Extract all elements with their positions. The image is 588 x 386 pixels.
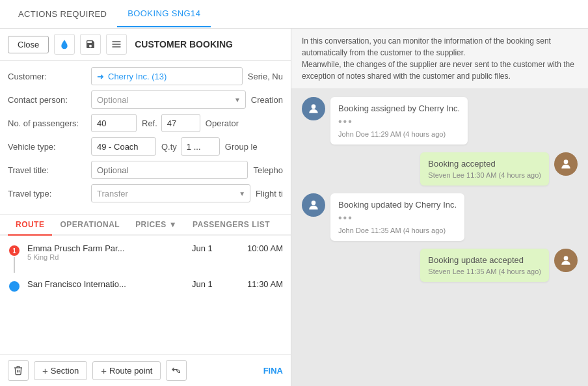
- chat-message-2: Booking accepted Steven Lee 11:30 AM (4 …: [302, 152, 578, 186]
- add-section-button[interactable]: + Section: [34, 361, 87, 380]
- route-stop-sub-1: 5 King Rd: [27, 253, 185, 261]
- chat-bubble-header-4: Booking update accepted: [428, 255, 541, 265]
- list-item: 1 Emma Prusch Farm Par... 5 King Rd Jun …: [0, 241, 291, 277]
- chat-message-4: Booking update accepted Steven Lee 11:35…: [302, 249, 578, 282]
- route-line-1: [14, 257, 15, 273]
- main-layout: Close CUSTOMER BOOKING Customer: ➜ Cherr…: [0, 29, 588, 386]
- vehicle-label: Vehicle type:: [8, 142, 86, 152]
- tab-actions-required[interactable]: ACTIONS REQUIRED: [8, 1, 117, 27]
- route-stop-time-1: 10:00 AM: [237, 243, 283, 253]
- route-stop-time-2: 11:30 AM: [237, 279, 283, 289]
- chat-bubble-3: Booking updated by Cherry Inc. ••• John …: [330, 193, 464, 241]
- serie-col: Serie, Nu: [248, 72, 283, 81]
- svg-point-2: [312, 200, 316, 205]
- route-dot-col-2: [8, 279, 21, 292]
- chat-info-line1: In this conversation, you can monitor th…: [302, 35, 578, 47]
- chat-bubble-4: Booking update accepted Steven Lee 11:35…: [420, 249, 549, 282]
- travel-type-select[interactable]: Transfer: [91, 184, 250, 202]
- route-stop-name-1: Emma Prusch Farm Par...: [27, 243, 185, 253]
- chat-bubble-header-2: Booking accepted: [428, 159, 541, 169]
- chat-dots-1: •••: [338, 116, 460, 128]
- plus-icon-section: +: [42, 365, 48, 376]
- route-stop-date-2: Jun 1: [192, 279, 231, 289]
- arrow-icon: ➜: [97, 72, 104, 81]
- route-dot-col-1: 1: [8, 243, 21, 274]
- avatar-3: [302, 193, 325, 217]
- sub-tab-prices[interactable]: PRICES ▼: [127, 215, 185, 234]
- chat-bold-text-4: Booking update accepted: [428, 255, 524, 265]
- droplet-icon-button[interactable]: [54, 34, 75, 55]
- passengers-input[interactable]: [91, 114, 137, 132]
- ref-group: Ref.: [142, 114, 200, 132]
- sub-tab-operational[interactable]: OPERATIONAL: [52, 215, 127, 234]
- close-button[interactable]: Close: [8, 36, 49, 53]
- save-icon-button[interactable]: [80, 34, 101, 55]
- travel-type-select-wrapper: Transfer ▼: [91, 184, 250, 202]
- contact-select[interactable]: Optional: [91, 90, 246, 109]
- menu-icon-button[interactable]: [106, 34, 127, 55]
- final-link[interactable]: FINA: [263, 366, 283, 376]
- route-stop-date-1: Jun 1: [192, 243, 231, 253]
- chat-bold-text-2: Booking accepted: [428, 159, 495, 169]
- travel-type-row: Travel type: Transfer ▼ Flight ti: [8, 184, 283, 202]
- customer-value: Cherry Inc. (13): [108, 72, 167, 81]
- form-area: Customer: ➜ Cherry Inc. (13) Serie, Nu C…: [0, 61, 291, 215]
- chat-meta-4: Steven Lee 11:35 AM (4 hours ago): [428, 268, 541, 275]
- chat-meta-2: Steven Lee 11:30 AM (4 hours ago): [428, 171, 541, 179]
- travel-title-input[interactable]: [91, 161, 248, 179]
- qty-group: Q.ty: [161, 137, 220, 156]
- chat-message-1: Booking assigned by Cherry Inc. ••• John…: [302, 97, 578, 145]
- list-item: San Francisco Internatio... Jun 1 11:30 …: [0, 277, 291, 294]
- contact-label: Contact person:: [8, 95, 86, 105]
- tab-booking-sng14[interactable]: BOOKING SNG14: [117, 1, 211, 27]
- route-stop-number-1: 1: [9, 245, 20, 256]
- bottom-bar: + Section + Route point FINA: [0, 354, 291, 386]
- route-stop-info-2: San Francisco Internatio...: [27, 279, 185, 289]
- vehicle-row: Vehicle type: Q.ty Group le: [8, 137, 283, 156]
- qty-input[interactable]: [181, 137, 220, 156]
- travel-title-label: Travel title:: [8, 165, 86, 175]
- plus-icon-route: +: [101, 365, 107, 376]
- add-route-point-button[interactable]: + Route point: [92, 361, 161, 380]
- ref-label: Ref.: [142, 118, 157, 128]
- chat-meta-1: John Doe 11:29 AM (4 hours ago): [338, 130, 460, 138]
- creation-col: Creation: [251, 95, 283, 105]
- chat-messages: Booking assigned by Cherry Inc. ••• John…: [291, 89, 588, 386]
- customer-row: Customer: ➜ Cherry Inc. (13) Serie, Nu: [8, 67, 283, 85]
- delete-button[interactable]: [8, 360, 29, 381]
- route-stop-name-2: San Francisco Internatio...: [27, 279, 185, 289]
- avatar-2: [554, 152, 578, 176]
- chat-bubble-1: Booking assigned by Cherry Inc. ••• John…: [330, 97, 468, 145]
- sub-tab-passengers[interactable]: PASSENGERS LIST: [185, 215, 278, 234]
- undo-button[interactable]: [166, 360, 187, 381]
- flight-col: Flight ti: [256, 189, 283, 199]
- chat-message-3: Booking updated by Cherry Inc. ••• John …: [302, 193, 578, 241]
- toolbar: Close CUSTOMER BOOKING: [0, 29, 291, 61]
- section-label: Section: [51, 366, 79, 376]
- chat-bold-text-1: Booking assigned: [338, 103, 405, 113]
- vehicle-input[interactable]: [91, 137, 156, 156]
- sub-tab-route[interactable]: ROUTE: [8, 215, 52, 236]
- chat-bubble-2: Booking accepted Steven Lee 11:30 AM (4 …: [420, 152, 549, 186]
- route-point-label: Route point: [109, 366, 153, 376]
- operator-col: Operator: [206, 118, 239, 128]
- chat-info-line3: Meanwhile, the changes of the supplier a…: [302, 59, 578, 70]
- travel-title-row: Travel title: Telepho: [8, 161, 283, 179]
- contact-select-wrapper: Optional ▼: [91, 90, 246, 109]
- chat-info: In this conversation, you can monitor th…: [291, 29, 588, 89]
- chat-rest-text-1: by Cherry Inc.: [405, 103, 461, 113]
- avatar-4: [554, 249, 578, 272]
- passengers-row: No. of passengers: Ref. Operator: [8, 114, 283, 132]
- svg-point-3: [564, 256, 568, 260]
- customer-label: Customer:: [8, 72, 86, 81]
- group-col: Group le: [225, 142, 258, 152]
- chat-info-line4: exception of notes shared with the custo…: [302, 70, 578, 82]
- svg-point-0: [312, 104, 316, 109]
- chat-dots-3: •••: [338, 212, 457, 224]
- avatar-1: [302, 97, 325, 120]
- route-stop-dot-2: [9, 281, 20, 292]
- left-panel: Close CUSTOMER BOOKING Customer: ➜ Cherr…: [0, 29, 291, 386]
- customer-field[interactable]: ➜ Cherry Inc. (13): [91, 67, 243, 85]
- ref-input[interactable]: [161, 114, 200, 132]
- passengers-label: No. of passengers:: [8, 118, 86, 128]
